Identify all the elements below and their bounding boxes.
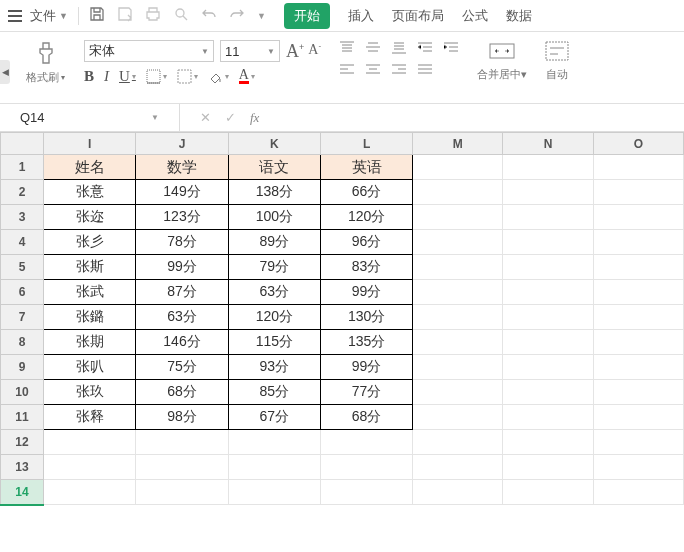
cell[interactable]	[413, 480, 503, 505]
italic-button[interactable]: I	[104, 68, 109, 85]
cell[interactable]	[228, 455, 320, 480]
cell[interactable]: 张迩	[44, 205, 136, 230]
cell[interactable]: 123分	[136, 205, 228, 230]
cell[interactable]	[593, 280, 683, 305]
row-header[interactable]: 5	[1, 255, 44, 280]
cell[interactable]	[44, 430, 136, 455]
cell[interactable]	[503, 205, 593, 230]
cell[interactable]	[413, 405, 503, 430]
row-header[interactable]: 6	[1, 280, 44, 305]
cell[interactable]: 138分	[228, 180, 320, 205]
cell[interactable]: 98分	[136, 405, 228, 430]
cell[interactable]	[503, 405, 593, 430]
merge-cells-icon[interactable]	[489, 40, 515, 65]
cell[interactable]: 张释	[44, 405, 136, 430]
cell[interactable]: 姓名	[44, 155, 136, 180]
print-preview-icon[interactable]	[173, 6, 189, 25]
cell[interactable]: 78分	[136, 230, 228, 255]
cell[interactable]: 83分	[320, 255, 412, 280]
cell[interactable]: 67分	[228, 405, 320, 430]
row-header[interactable]: 11	[1, 405, 44, 430]
cell[interactable]: 68分	[136, 380, 228, 405]
column-header[interactable]: I	[44, 133, 136, 155]
cell[interactable]	[593, 405, 683, 430]
cell[interactable]: 张鏴	[44, 305, 136, 330]
cell[interactable]: 87分	[136, 280, 228, 305]
cell[interactable]	[593, 230, 683, 255]
cell[interactable]	[413, 355, 503, 380]
cell[interactable]: 75分	[136, 355, 228, 380]
cell[interactable]	[413, 305, 503, 330]
cell[interactable]: 张期	[44, 330, 136, 355]
decrease-indent-icon[interactable]	[416, 40, 434, 56]
cell[interactable]	[320, 480, 412, 505]
cell[interactable]	[413, 205, 503, 230]
tab-start[interactable]: 开始	[284, 3, 330, 29]
cell[interactable]: 120分	[320, 205, 412, 230]
merge-button[interactable]: 合并居中▾	[477, 67, 527, 82]
cell[interactable]	[228, 480, 320, 505]
cell[interactable]: 77分	[320, 380, 412, 405]
cell[interactable]	[320, 430, 412, 455]
cell[interactable]: 语文	[228, 155, 320, 180]
cell[interactable]	[413, 330, 503, 355]
cell[interactable]: 张斯	[44, 255, 136, 280]
row-header[interactable]: 9	[1, 355, 44, 380]
chevron-down-icon[interactable]: ▼	[257, 11, 266, 21]
cell[interactable]: 张叭	[44, 355, 136, 380]
row-header[interactable]: 12	[1, 430, 44, 455]
format-painter-button[interactable]: 格式刷 ▾	[26, 70, 65, 85]
column-header[interactable]: J	[136, 133, 228, 155]
cell[interactable]: 130分	[320, 305, 412, 330]
cell[interactable]: 99分	[320, 280, 412, 305]
menu-icon[interactable]	[6, 8, 24, 24]
row-header[interactable]: 10	[1, 380, 44, 405]
border-button[interactable]: ▾	[146, 69, 167, 84]
cell[interactable]	[228, 430, 320, 455]
column-header[interactable]: K	[228, 133, 320, 155]
cell[interactable]	[503, 455, 593, 480]
column-header[interactable]: N	[503, 133, 593, 155]
cell[interactable]: 100分	[228, 205, 320, 230]
cell[interactable]: 66分	[320, 180, 412, 205]
row-header[interactable]: 13	[1, 455, 44, 480]
cell[interactable]	[136, 455, 228, 480]
collapse-ribbon-icon[interactable]: ◀	[0, 60, 10, 84]
cell[interactable]: 89分	[228, 230, 320, 255]
wrap-text-icon[interactable]	[544, 40, 570, 65]
cell[interactable]	[503, 280, 593, 305]
cell[interactable]	[320, 455, 412, 480]
cell[interactable]	[136, 430, 228, 455]
cell[interactable]	[413, 180, 503, 205]
cell[interactable]	[593, 180, 683, 205]
cell[interactable]	[593, 255, 683, 280]
cell[interactable]: 135分	[320, 330, 412, 355]
row-header[interactable]: 8	[1, 330, 44, 355]
cell[interactable]: 张彡	[44, 230, 136, 255]
row-header[interactable]: 2	[1, 180, 44, 205]
cell[interactable]: 63分	[228, 280, 320, 305]
cell[interactable]	[503, 480, 593, 505]
cell[interactable]	[593, 205, 683, 230]
align-left-icon[interactable]	[338, 62, 356, 78]
font-name-combo[interactable]: 宋体 ▼	[84, 40, 214, 62]
cancel-icon[interactable]: ✕	[200, 110, 211, 125]
cell[interactable]: 99分	[136, 255, 228, 280]
cell[interactable]: 96分	[320, 230, 412, 255]
cell[interactable]	[413, 255, 503, 280]
cell[interactable]	[503, 155, 593, 180]
cell[interactable]	[503, 230, 593, 255]
confirm-icon[interactable]: ✓	[225, 110, 236, 125]
row-header[interactable]: 4	[1, 230, 44, 255]
cell-style-button[interactable]: ▾	[177, 69, 198, 84]
tab-layout[interactable]: 页面布局	[392, 7, 444, 25]
cell[interactable]: 张武	[44, 280, 136, 305]
cell[interactable]	[503, 330, 593, 355]
cell[interactable]	[44, 455, 136, 480]
cell[interactable]	[593, 155, 683, 180]
justify-icon[interactable]	[416, 62, 434, 78]
cell[interactable]	[503, 380, 593, 405]
cell[interactable]: 93分	[228, 355, 320, 380]
cell[interactable]	[593, 380, 683, 405]
font-size-combo[interactable]: 11 ▼	[220, 40, 280, 62]
